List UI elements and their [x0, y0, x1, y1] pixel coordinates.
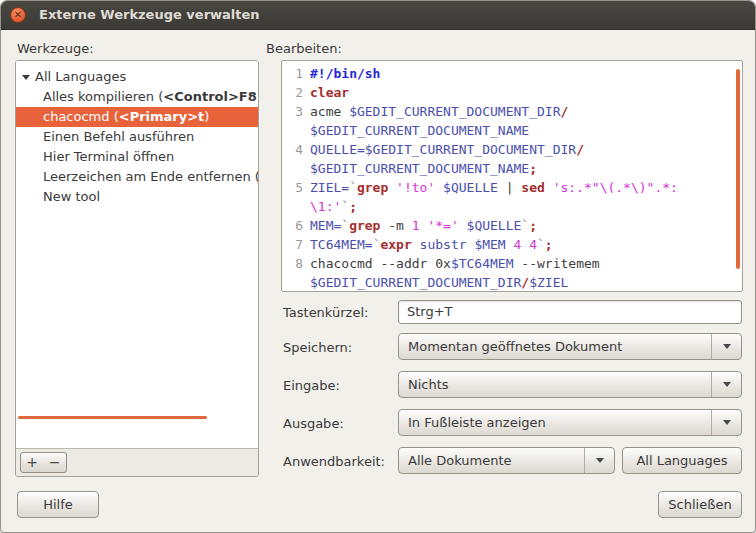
close-icon: ✕ [14, 10, 22, 20]
tree-item[interactable]: Hier Terminal öffnen [16, 147, 258, 167]
shortcut-input[interactable]: Strg+T [398, 300, 742, 324]
tree-item[interactable]: Alles kompilieren (<Control>F8) [16, 87, 258, 107]
list-horizontal-scrollbar[interactable] [18, 416, 207, 419]
tree-item[interactable]: New tool [16, 187, 258, 207]
close-dialog-button[interactable]: Schließen [658, 491, 742, 518]
code-line: 7TC64MEM=`expr substr $MEM 4 4`; [282, 235, 742, 254]
line-number: 2 [282, 83, 303, 102]
help-button[interactable]: Hilfe [17, 491, 99, 518]
code-line: 2clear [282, 83, 742, 102]
chevron-down-icon [723, 382, 731, 387]
dropdown-arrow-box [711, 372, 741, 397]
tree-expander-icon[interactable] [22, 75, 30, 80]
edit-label: Bearbeiten: [266, 41, 342, 56]
save-dropdown[interactable]: Momentan geöffnetes Dokument [398, 333, 742, 360]
chevron-down-icon [596, 458, 604, 463]
chevron-down-icon [723, 420, 731, 425]
dropdown-arrow-box [584, 448, 614, 473]
tree-item[interactable]: Einen Befehl ausführen [16, 127, 258, 147]
line-number [282, 197, 303, 216]
input-dropdown-value: Nichts [408, 372, 449, 397]
chevron-down-icon [723, 344, 731, 349]
code-line: 3acme $GEDIT_CURRENT_DOCUMENT_DIR/ [282, 102, 742, 121]
tree-root-all-languages[interactable]: All Languages [16, 67, 258, 87]
tools-toolbar: + − [16, 448, 258, 476]
input-label: Eingabe: [283, 378, 340, 393]
code-line: 5ZIEL=`grep '!to' $QUELLE | sed 's:.*"\(… [282, 178, 742, 197]
remove-tool-button[interactable]: − [43, 452, 67, 473]
dropdown-arrow-box [711, 334, 741, 359]
line-number [282, 273, 303, 292]
code-line: $GEDIT_CURRENT_DOCUMENT_NAME; [282, 159, 742, 178]
tree-root-label: All Languages [35, 69, 126, 84]
close-window-button[interactable]: ✕ [10, 7, 26, 23]
output-dropdown[interactable]: In Fußleiste anzeigen [398, 409, 742, 436]
applicability-dropdown-value: Alle Dokumente [408, 448, 512, 473]
title-bar[interactable]: ✕ Externe Werkzeuge verwalten [1, 1, 755, 30]
line-number: 5 [282, 178, 303, 197]
code-line: $GEDIT_CURRENT_DOCUMENT_NAME [282, 121, 742, 140]
window-title: Externe Werkzeuge verwalten [39, 1, 260, 29]
add-tool-button[interactable]: + [20, 452, 44, 473]
line-number: 1 [282, 64, 303, 83]
line-number [282, 159, 303, 178]
code-line: 4QUELLE=$GEDIT_CURRENT_DOCUMENT_DIR/ [282, 140, 742, 159]
output-label: Ausgabe: [283, 416, 344, 431]
line-number: 4 [282, 140, 303, 159]
code-line: 8chacocmd --addr 0x$TC64MEM --writemem [282, 254, 742, 273]
line-number: 7 [282, 235, 303, 254]
tools-tree[interactable]: All Languages Alles kompilieren (<Contro… [16, 61, 258, 449]
editor-vertical-scrollbar[interactable] [736, 69, 740, 269]
tools-frame: All Languages Alles kompilieren (<Contro… [15, 60, 259, 477]
code-line: $GEDIT_CURRENT_DOCUMENT_DIR/$ZIEL [282, 273, 742, 292]
dropdown-arrow-box [711, 410, 741, 435]
applicability-label: Anwendbarkeit: [283, 454, 385, 469]
line-number: 6 [282, 216, 303, 235]
save-dropdown-value: Momentan geöffnetes Dokument [408, 334, 622, 359]
manage-external-tools-dialog: ✕ Externe Werkzeuge verwalten Werkzeuge:… [0, 0, 756, 533]
code-line: 6MEM=`grep -m 1 '*=' $QUELLE`; [282, 216, 742, 235]
script-editor[interactable]: 1#!/bin/sh2clear3acme $GEDIT_CURRENT_DOC… [281, 60, 743, 292]
line-number [282, 121, 303, 140]
all-languages-button[interactable]: All Languages [622, 447, 742, 474]
output-dropdown-value: In Fußleiste anzeigen [408, 410, 546, 435]
shortcut-label: Tastenkürzel: [283, 305, 368, 320]
tree-item[interactable]: Leerzeichen am Ende entfernen ( [16, 167, 258, 187]
code-line: 1#!/bin/sh [282, 64, 742, 83]
tree-item[interactable]: chacocmd (<Primary>t) [16, 107, 258, 127]
save-label: Speichern: [283, 340, 352, 355]
input-dropdown[interactable]: Nichts [398, 371, 742, 398]
line-number: 8 [282, 254, 303, 273]
code-line: \1:'`; [282, 197, 742, 216]
applicability-dropdown[interactable]: Alle Dokumente [398, 447, 615, 474]
tools-label: Werkzeuge: [17, 41, 94, 56]
line-number: 3 [282, 102, 303, 121]
